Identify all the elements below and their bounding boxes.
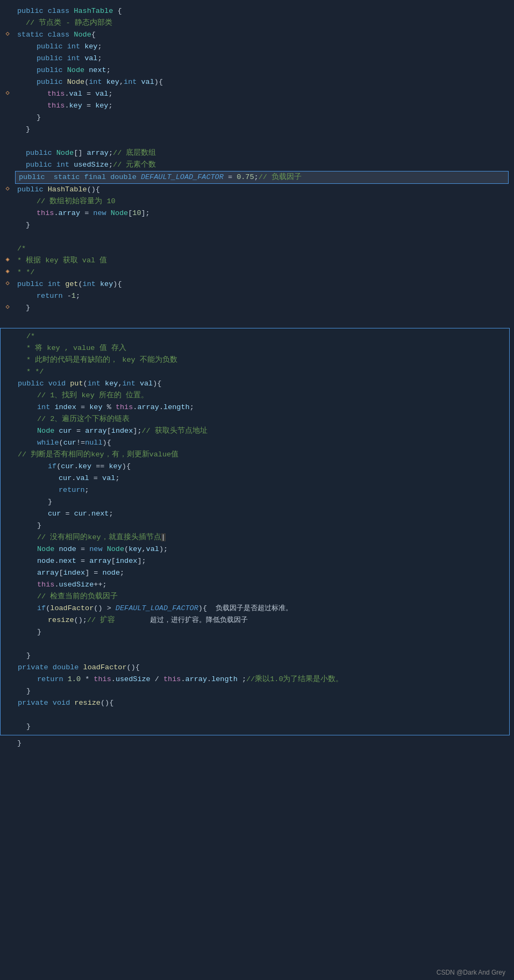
line-content: * 此时的代码是有缺陷的， key 不能为负数 xyxy=(16,354,504,366)
code-line: public int usedSize;// 元素个数 xyxy=(0,159,514,171)
line-content: node.next = array[index]; xyxy=(16,555,504,567)
footer-text: CSDN @Dark And Grey xyxy=(437,969,505,976)
footer-bar: CSDN @Dark And Grey xyxy=(428,965,514,980)
code-line: public Node[] array;// 底层数组 xyxy=(0,147,514,159)
code-line: ◇ this.val = val; xyxy=(0,88,514,100)
line-content: public int usedSize;// 元素个数 xyxy=(15,159,509,171)
code-line: cur.val = val; xyxy=(1,473,509,484)
line-content: this.array = new Node[10]; xyxy=(15,208,509,219)
line-content: array[index] = node; xyxy=(16,567,504,579)
line-content: resize();// 扩容 超过，进行扩容。降低负载因子 xyxy=(16,614,504,626)
line-content: } xyxy=(15,219,509,231)
line-content: public int get(int key){ xyxy=(15,278,509,290)
code-line: * */ xyxy=(1,366,509,378)
code-line: } xyxy=(0,738,514,749)
code-line: return 1.0 * this.usedSize / this.array.… xyxy=(1,674,509,685)
line-content: /* xyxy=(16,331,504,342)
code-line: if(loadFactor() > DEFAULT_LOAD_FACTOR){ … xyxy=(1,603,509,614)
code-line: ◇ public int get(int key){ xyxy=(0,278,514,290)
line-content: private double loadFactor(){ xyxy=(16,662,504,674)
line-content: } xyxy=(16,626,504,638)
code-line: // 没有相同的key，就直接头插节点| xyxy=(1,532,509,543)
code-line: } xyxy=(1,650,509,662)
code-line: } xyxy=(1,496,509,508)
line-content xyxy=(15,231,509,243)
line-content: // 检查当前的负载因子 xyxy=(16,591,504,603)
code-line: } xyxy=(0,124,514,135)
code-line: public Node(int key,int val){ xyxy=(0,76,514,88)
gutter-arrow: ◈ xyxy=(0,267,15,277)
gutter-arrow: ◇ xyxy=(0,184,15,194)
line-content xyxy=(15,314,509,326)
code-line: node.next = array[index]; xyxy=(1,555,509,567)
line-content: * */ xyxy=(16,366,504,378)
line-content: static class Node{ xyxy=(15,29,509,41)
code-line: public int key; xyxy=(0,41,514,53)
code-line xyxy=(1,709,509,721)
gutter-arrow: ◇ xyxy=(0,88,15,98)
line-content: return 1.0 * this.usedSize / this.array.… xyxy=(16,674,504,685)
code-line: cur = cur.next; xyxy=(1,508,509,520)
line-content xyxy=(15,135,509,147)
code-editor: public class HashTable { // 节点类 - 静态内部类 … xyxy=(0,0,514,755)
line-content: public Node next; xyxy=(15,65,509,76)
code-line: ◈ * 根据 key 获取 val 值 xyxy=(0,255,514,267)
code-line: public void put(int key,int val){ xyxy=(1,378,509,390)
line-content: // 节点类 - 静态内部类 xyxy=(15,17,509,29)
code-line: } xyxy=(1,685,509,697)
line-content: public class HashTable { xyxy=(15,5,509,17)
code-line: Node node = new Node(key,val); xyxy=(1,543,509,555)
line-content: public int key; xyxy=(15,41,509,53)
code-line: // 2、遍历这个下标的链表 xyxy=(1,413,509,425)
line-content: } xyxy=(15,124,509,135)
line-content: public Node(int key,int val){ xyxy=(15,76,509,88)
line-content: this.key = key; xyxy=(15,100,509,112)
code-line: this.key = key; xyxy=(0,100,514,112)
line-content xyxy=(16,638,504,650)
line-content: cur.val = val; xyxy=(16,473,504,484)
line-content: } xyxy=(16,520,504,532)
line-content: } xyxy=(16,496,504,508)
gutter-arrow: ◇ xyxy=(0,302,15,312)
line-content: public static final double DEFAULT_LOAD_… xyxy=(15,171,509,184)
line-content: return -1; xyxy=(15,290,509,302)
code-line: } xyxy=(1,520,509,532)
code-line: private void resize(){ xyxy=(1,697,509,709)
line-content: int index = key % this.array.length; xyxy=(16,402,504,413)
line-content: /* xyxy=(15,243,509,255)
code-line: if(cur.key == key){ xyxy=(1,461,509,473)
code-line: ◇ } xyxy=(0,302,514,314)
code-line: public int val; xyxy=(0,53,514,65)
code-line: // 判断是否有相同的key，有，则更新value值 xyxy=(1,449,509,461)
code-line: /* xyxy=(0,243,514,255)
line-content: while(cur!=null){ xyxy=(16,437,504,449)
boxed-section: /* * 将 key , value 值 存入 * 此时的代码是有缺陷的， ke… xyxy=(0,328,510,735)
code-line xyxy=(0,231,514,243)
line-content: this.usedSize++; xyxy=(16,579,504,591)
line-content: private void resize(){ xyxy=(16,697,504,709)
code-line: resize();// 扩容 超过，进行扩容。降低负载因子 xyxy=(1,614,509,626)
code-line: } xyxy=(1,721,509,733)
code-line: ◈ * */ xyxy=(0,267,514,278)
line-content: } xyxy=(16,721,504,733)
code-line xyxy=(0,314,514,326)
code-line: private double loadFactor(){ xyxy=(1,662,509,674)
line-content: public Node[] array;// 底层数组 xyxy=(15,147,509,159)
line-content: // 数组初始容量为 10 xyxy=(15,196,509,208)
line-content: } xyxy=(16,685,504,697)
code-line: public class HashTable { xyxy=(0,5,514,17)
line-content: this.val = val; xyxy=(15,88,509,100)
code-line: return -1; xyxy=(0,290,514,302)
code-line: this.usedSize++; xyxy=(1,579,509,591)
code-line xyxy=(0,135,514,147)
line-content: public HashTable(){ xyxy=(15,184,509,196)
code-line: public Node next; xyxy=(0,65,514,76)
line-content: // 1、找到 key 所在的 位置。 xyxy=(16,390,504,402)
line-content: Node cur = array[index];// 获取头节点地址 xyxy=(16,425,504,437)
highlight-line-row: public static final double DEFAULT_LOAD_… xyxy=(0,171,514,184)
line-content: public void put(int key,int val){ xyxy=(16,378,504,390)
code-line: // 检查当前的负载因子 xyxy=(1,591,509,603)
line-content: return; xyxy=(16,484,504,496)
line-content: if(cur.key == key){ xyxy=(16,461,504,473)
code-line: Node cur = array[index];// 获取头节点地址 xyxy=(1,425,509,437)
